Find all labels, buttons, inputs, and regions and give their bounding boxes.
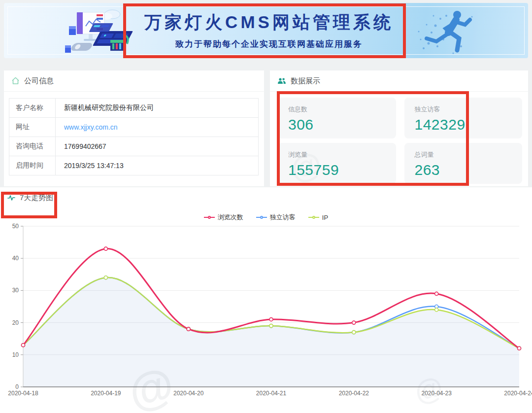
row-label: 启用时间 xyxy=(9,156,56,175)
row-label: 客户名称 xyxy=(9,99,56,118)
svg-text:2020-04-20: 2020-04-20 xyxy=(173,390,204,397)
legend-label: 独立访客 xyxy=(270,213,296,222)
table-row: 启用时间 2019/3/25 13:47:13 xyxy=(9,156,259,175)
row-value: 2019/3/25 13:47:13 xyxy=(56,156,259,175)
svg-text:20: 20 xyxy=(12,319,19,326)
users-icon xyxy=(277,77,286,85)
svg-text:30: 30 xyxy=(12,287,19,294)
home-icon xyxy=(11,77,20,85)
row-label: 咨询电话 xyxy=(9,137,56,156)
legend-label: 浏览次数 xyxy=(218,213,243,222)
table-row: 咨询电话 17699402667 xyxy=(9,137,259,156)
data-display-panel: 数据展示 信息数 306 独立访客 142329 浏览量 155759 总词量 … xyxy=(270,70,528,186)
stat-card-page-views: 浏览量 155759 xyxy=(278,143,396,184)
app-subtitle: 致力于帮助每个企业实现互联网基础应用服务 xyxy=(128,38,410,50)
stat-label: 信息数 xyxy=(288,105,396,114)
trend-chart-panel: 7天走势图 浏览次数 独立访客 IP 010203040502020-04-18… xyxy=(0,187,532,413)
svg-text:2020-04-23: 2020-04-23 xyxy=(421,390,452,397)
trend-chart-title: 7天走势图 xyxy=(20,193,53,203)
stat-card-info-count: 信息数 306 xyxy=(278,98,396,138)
row-value: 新疆机械研究院股份有限公司 xyxy=(56,99,259,118)
company-info-title: 公司信息 xyxy=(24,76,54,86)
chart-legend: 浏览次数 独立访客 IP xyxy=(0,213,532,222)
legend-marker-icon xyxy=(204,216,215,219)
trend-chart-header: 7天走势图 xyxy=(0,187,532,208)
legend-item-ip[interactable]: IP xyxy=(308,213,328,222)
table-row: 客户名称 新疆机械研究院股份有限公司 xyxy=(9,99,259,118)
legend-marker-icon xyxy=(308,216,319,219)
top-banner: 万家灯火CMS网站管理系统 致力于帮助每个企业实现互联网基础应用服务 xyxy=(4,3,528,58)
company-info-panel: 公司信息 客户名称 新疆机械研究院股份有限公司 网址 www.xjjxy.com… xyxy=(4,70,264,186)
legend-marker-icon xyxy=(256,216,267,219)
app-title: 万家灯火CMS网站管理系统 xyxy=(128,11,410,34)
svg-text:10: 10 xyxy=(12,351,19,358)
svg-text:0: 0 xyxy=(15,383,19,390)
stat-card-unique-visitors: 独立访客 142329 xyxy=(404,98,523,138)
row-label: 网址 xyxy=(9,118,56,137)
data-display-header: 数据展示 xyxy=(270,70,528,92)
company-info-table: 客户名称 新疆机械研究院股份有限公司 网址 www.xjjxy.com.cn 咨… xyxy=(9,98,259,175)
data-display-title: 数据展示 xyxy=(291,76,320,86)
runner-illustration-icon xyxy=(412,4,508,58)
stats-grid: 信息数 306 独立访客 142329 浏览量 155759 总词量 263 xyxy=(278,98,522,184)
stat-card-total-words: 总词量 263 xyxy=(404,143,523,184)
stat-value: 155759 xyxy=(288,162,396,178)
website-link[interactable]: www.xjjxy.com.cn xyxy=(64,123,118,131)
stat-label: 独立访客 xyxy=(415,105,523,114)
stat-value: 306 xyxy=(288,116,396,133)
legend-label: IP xyxy=(322,214,328,221)
legend-item-page-views[interactable]: 浏览次数 xyxy=(204,213,243,222)
stat-value: 142329 xyxy=(415,116,523,133)
svg-text:2020-04-22: 2020-04-22 xyxy=(339,390,369,397)
pulse-icon xyxy=(7,194,15,202)
stat-value: 263 xyxy=(415,162,523,178)
svg-text:2020-04-19: 2020-04-19 xyxy=(91,390,121,397)
svg-text:2020-04-18: 2020-04-18 xyxy=(8,390,38,397)
stat-label: 浏览量 xyxy=(288,150,396,159)
svg-text:2020-04-21: 2020-04-21 xyxy=(256,390,287,397)
table-row: 网址 www.xjjxy.com.cn xyxy=(9,118,259,137)
svg-text:50: 50 xyxy=(12,224,19,230)
svg-text:2020-04-24: 2020-04-24 xyxy=(504,390,532,397)
row-value: 17699402667 xyxy=(56,137,259,156)
company-info-header: 公司信息 xyxy=(4,70,264,92)
trend-line-chart[interactable]: 010203040502020-04-182020-04-192020-04-2… xyxy=(0,224,532,407)
svg-text:40: 40 xyxy=(12,255,19,262)
stat-label: 总词量 xyxy=(415,150,523,159)
legend-item-unique-visitors[interactable]: 独立访客 xyxy=(256,213,296,222)
